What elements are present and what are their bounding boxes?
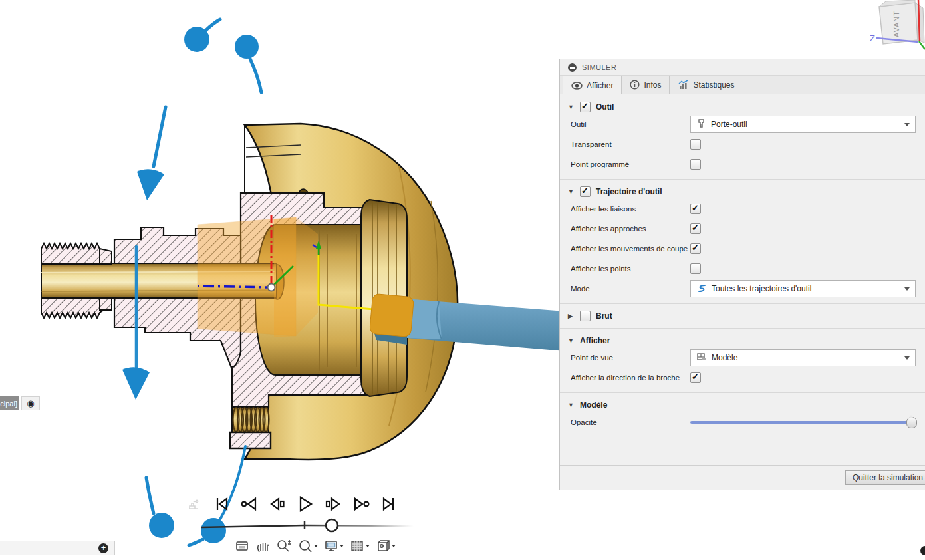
plus-circle-icon[interactable]: + (98, 543, 108, 553)
row-point-programme: Point programmé (560, 154, 925, 174)
go-to-end-button[interactable] (379, 493, 399, 515)
fit-view-icon[interactable] (298, 539, 318, 553)
zoom-icon[interactable] (276, 539, 292, 553)
application-window: AVANT Z SIMULER Afficher Infos (0, 0, 925, 560)
section-separator (560, 328, 925, 329)
chevron-down-icon (314, 545, 318, 547)
panel-footer: Quitter la simulation (560, 465, 925, 490)
history-timeline-bar[interactable]: + (0, 541, 115, 555)
collapse-arrow-icon[interactable]: ▼ (568, 104, 575, 110)
tab-label: Statistiques (693, 80, 734, 90)
link-node (149, 513, 174, 538)
opacity-slider-handle[interactable] (906, 417, 917, 428)
toolpath-mode-dropdown[interactable]: Toutes les trajectoires d'outil (690, 280, 916, 297)
panel-tabbar: Afficher Infos Statistiques (560, 76, 925, 94)
pan-hand-icon[interactable] (255, 539, 270, 553)
browser-item-radio[interactable]: ◉ (21, 396, 40, 410)
minus-circle-icon (568, 63, 577, 72)
playback-controls (184, 493, 399, 515)
section-title: Trajectoire d'outil (596, 187, 662, 196)
statistics-icon (678, 80, 689, 90)
expand-arrow-icon[interactable]: ▶ (568, 313, 575, 319)
viewpoint-icon (696, 352, 707, 364)
tab-afficher[interactable]: Afficher (563, 76, 622, 94)
direction-broche-checkbox[interactable] (690, 372, 701, 383)
chevron-down-icon (366, 545, 370, 547)
mouvements-coupe-checkbox[interactable] (690, 243, 701, 254)
tool-display-dropdown[interactable]: Porte-outil (690, 116, 916, 133)
view-cube-face-label[interactable]: AVANT (892, 11, 900, 37)
cutting-tool (370, 293, 565, 351)
row-outil: Outil Porte-outil (560, 114, 925, 134)
navigation-toolbar (235, 539, 396, 553)
section-title: Afficher (580, 336, 610, 345)
chevron-down-icon (904, 356, 910, 360)
info-icon (630, 80, 640, 90)
viewpoint-dropdown[interactable]: Modèle (690, 349, 916, 366)
next-operation-button[interactable] (351, 493, 371, 515)
link-node (184, 27, 209, 52)
tool-insert (370, 293, 414, 337)
link-node (201, 518, 226, 543)
row-mouvements-coupe: Afficher les mouvements de coupe (560, 239, 925, 259)
row-direction-broche: Afficher la direction de la broche (560, 368, 925, 388)
slider-handle[interactable] (326, 519, 338, 531)
machine-toggle-icon[interactable] (184, 493, 203, 515)
origin-point (268, 284, 275, 291)
target-radio-icon: ◉ (27, 398, 34, 408)
previous-operation-button[interactable] (239, 493, 259, 515)
transparent-checkbox[interactable] (690, 139, 701, 150)
row-approches: Afficher les approches (560, 219, 925, 239)
point-programme-checkbox[interactable] (690, 159, 701, 170)
view-cube[interactable]: AVANT Z (870, 0, 925, 49)
section-thread-foot (230, 432, 271, 448)
chevron-down-icon (904, 287, 910, 291)
simulate-panel-header[interactable]: SIMULER (560, 59, 925, 76)
row-opacite: Opacité (560, 412, 925, 432)
section-title: Brut (596, 311, 612, 321)
play-button[interactable] (295, 493, 315, 515)
approches-checkbox[interactable] (690, 223, 701, 234)
section-header-outil[interactable]: ▼ Outil (560, 100, 925, 114)
points-checkbox[interactable] (690, 263, 701, 274)
section-header-brut[interactable]: ▶ Brut (560, 309, 925, 323)
bottom-threads (233, 408, 269, 432)
orbit-icon[interactable] (235, 539, 249, 553)
step-back-button[interactable] (267, 493, 287, 515)
display-settings-icon[interactable] (324, 539, 344, 553)
opacity-slider[interactable] (690, 417, 916, 428)
viewports-icon[interactable] (376, 539, 396, 553)
opacity-slider-track[interactable] (690, 421, 916, 424)
tool-plane-overlay (198, 217, 318, 337)
brut-section-checkbox[interactable] (580, 311, 591, 321)
corner-clipped-icon (920, 546, 925, 555)
step-forward-button[interactable] (323, 493, 343, 515)
tab-label: Afficher (587, 81, 613, 90)
liaisons-checkbox[interactable] (690, 204, 701, 214)
collapse-arrow-icon[interactable]: ▼ (568, 188, 575, 195)
thread-strip-top (41, 243, 104, 264)
section-header-afficher[interactable]: ▼ Afficher (560, 333, 925, 348)
link-node (235, 35, 259, 59)
collapse-arrow-icon[interactable]: ▼ (568, 402, 575, 408)
browser-item-label-clipped[interactable]: cipal] (0, 396, 19, 410)
spindle-arrowhead (137, 169, 164, 200)
eye-icon (571, 82, 583, 90)
simulate-panel: SIMULER Afficher Infos Statistiques (559, 59, 925, 490)
section-header-trajectoire[interactable]: ▼ Trajectoire d'outil (560, 184, 925, 199)
chevron-down-icon (392, 545, 396, 547)
tab-statistiques[interactable]: Statistiques (670, 76, 743, 94)
quit-simulation-button[interactable]: Quitter la simulation (845, 470, 925, 485)
trajectoire-section-checkbox[interactable] (580, 186, 591, 197)
tab-infos[interactable]: Infos (622, 76, 670, 94)
go-to-start-button[interactable] (211, 493, 231, 515)
outil-section-checkbox[interactable] (580, 102, 591, 112)
section-header-modele[interactable]: ▼ Modèle (560, 398, 925, 412)
collapse-arrow-icon[interactable]: ▼ (568, 337, 575, 344)
toolpath-mode-icon (696, 283, 707, 295)
row-mode: Mode Toutes les trajectoires d'outil (560, 279, 925, 299)
spindle-arrowhead (122, 367, 150, 400)
grid-snaps-icon[interactable] (350, 539, 370, 553)
row-point-de-vue: Point de vue Modèle (560, 348, 925, 368)
simulation-slider[interactable] (201, 519, 414, 531)
